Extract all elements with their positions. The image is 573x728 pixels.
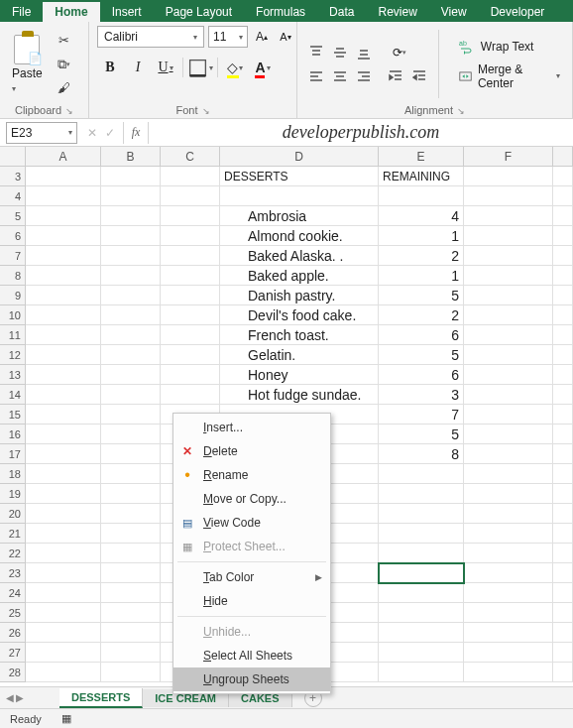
row-head-12[interactable]: 12 [0, 345, 26, 365]
align-center-button[interactable] [329, 66, 351, 86]
enter-formula-icon[interactable]: ✓ [105, 126, 115, 140]
cell-14[interactable] [553, 385, 573, 405]
cell-25[interactable] [553, 603, 573, 623]
copy-button[interactable]: ⧉▾ [55, 55, 74, 74]
cell-E16[interactable]: 5 [379, 425, 464, 444]
cell-C13[interactable] [161, 365, 220, 385]
ctx-delete[interactable]: ✕Delete [173, 439, 330, 463]
row-head-3[interactable]: 3 [0, 167, 26, 186]
cell-D4[interactable] [220, 186, 379, 206]
cell-D6[interactable]: Almond cookie. [220, 226, 379, 246]
sheet-tab-desserts[interactable]: DESSERTS [59, 688, 143, 708]
cell-9[interactable] [553, 286, 573, 305]
cell-E19[interactable] [379, 484, 464, 504]
cell-C11[interactable] [161, 325, 220, 345]
cell-10[interactable] [553, 305, 573, 325]
cell-A3[interactable] [26, 167, 101, 186]
cell-F10[interactable] [464, 305, 553, 325]
ctx-ungroup-sheets[interactable]: Ungroup Sheets [173, 667, 330, 691]
col-head-c[interactable]: C [161, 147, 220, 166]
cell-F17[interactable] [464, 444, 553, 464]
cell-A16[interactable] [26, 425, 101, 444]
cell-E17[interactable]: 8 [379, 444, 464, 464]
cell-D12[interactable]: Gelatin. [220, 345, 379, 365]
cell-F28[interactable] [464, 663, 553, 682]
cell-B12[interactable] [101, 345, 161, 365]
cell-20[interactable] [553, 504, 573, 524]
cell-15[interactable] [553, 405, 573, 425]
cell-5[interactable] [553, 206, 573, 226]
row-head-17[interactable]: 17 [0, 444, 26, 464]
cell-B22[interactable] [101, 544, 161, 563]
row-head-10[interactable]: 10 [0, 305, 26, 325]
cell-B21[interactable] [101, 524, 161, 544]
cell-E18[interactable] [379, 464, 464, 484]
cell-D13[interactable]: Honey [220, 365, 379, 385]
cell-B4[interactable] [101, 186, 161, 206]
cell-B25[interactable] [101, 603, 161, 623]
cell-19[interactable] [553, 484, 573, 504]
cell-B14[interactable] [101, 385, 161, 405]
cell-B17[interactable] [101, 444, 161, 464]
col-head-b[interactable]: B [101, 147, 161, 166]
cell-B13[interactable] [101, 365, 161, 385]
cell-27[interactable] [553, 643, 573, 663]
bold-button[interactable]: B [97, 56, 123, 79]
tab-page-layout[interactable]: Page Layout [154, 2, 244, 22]
cell-12[interactable] [553, 345, 573, 365]
ctx-view-code[interactable]: ▤View Code [173, 511, 330, 535]
cell-A24[interactable] [26, 583, 101, 603]
name-box[interactable]: E23▾ [6, 122, 77, 144]
cell-F18[interactable] [464, 464, 553, 484]
cell-E10[interactable]: 2 [379, 305, 464, 325]
cell-E9[interactable]: 5 [379, 286, 464, 305]
border-button[interactable]: ▾ [187, 56, 213, 79]
cell-A13[interactable] [26, 365, 101, 385]
cell-F21[interactable] [464, 524, 553, 544]
cell-A5[interactable] [26, 206, 101, 226]
col-head-e[interactable]: E [379, 147, 464, 166]
cell-F3[interactable] [464, 167, 553, 186]
increase-indent-button[interactable] [408, 66, 430, 86]
cell-A4[interactable] [26, 186, 101, 206]
row-head-19[interactable]: 19 [0, 484, 26, 504]
cell-E26[interactable] [379, 623, 464, 643]
row-head-15[interactable]: 15 [0, 405, 26, 425]
align-right-button[interactable] [353, 66, 375, 86]
cell-23[interactable] [553, 563, 573, 583]
cell-A27[interactable] [26, 643, 101, 663]
italic-button[interactable]: I [125, 56, 151, 79]
cell-E23[interactable] [379, 563, 464, 583]
cell-A14[interactable] [26, 385, 101, 405]
paste-button[interactable]: Paste▾ [8, 33, 47, 96]
row-head-11[interactable]: 11 [0, 325, 26, 345]
cell-F23[interactable] [464, 563, 553, 583]
cell-A20[interactable] [26, 504, 101, 524]
font-color-button[interactable]: A▾ [250, 56, 276, 79]
cell-B28[interactable] [101, 663, 161, 682]
cell-3[interactable] [553, 167, 573, 186]
align-middle-button[interactable] [329, 43, 351, 62]
row-head-6[interactable]: 6 [0, 226, 26, 246]
tab-data[interactable]: Data [317, 2, 366, 22]
cell-D7[interactable]: Baked Alaska. . [220, 246, 379, 266]
cell-B9[interactable] [101, 286, 161, 305]
tab-home[interactable]: Home [43, 2, 99, 22]
cell-F11[interactable] [464, 325, 553, 345]
cell-17[interactable] [553, 444, 573, 464]
cell-D14[interactable]: Hot fudge sundae. [220, 385, 379, 405]
cell-A22[interactable] [26, 544, 101, 563]
format-painter-button[interactable]: 🖌 [55, 78, 74, 98]
cell-E6[interactable]: 1 [379, 226, 464, 246]
cell-A21[interactable] [26, 524, 101, 544]
sheet-nav-prev[interactable]: ◀ [6, 692, 14, 703]
cell-A28[interactable] [26, 663, 101, 682]
row-head-5[interactable]: 5 [0, 206, 26, 226]
row-head-28[interactable]: 28 [0, 663, 26, 682]
cell-8[interactable] [553, 266, 573, 286]
cell-B7[interactable] [101, 246, 161, 266]
decrease-indent-button[interactable] [385, 66, 406, 86]
sheet-nav-next[interactable]: ▶ [16, 692, 24, 703]
cell-F24[interactable] [464, 583, 553, 603]
cell-A19[interactable] [26, 484, 101, 504]
